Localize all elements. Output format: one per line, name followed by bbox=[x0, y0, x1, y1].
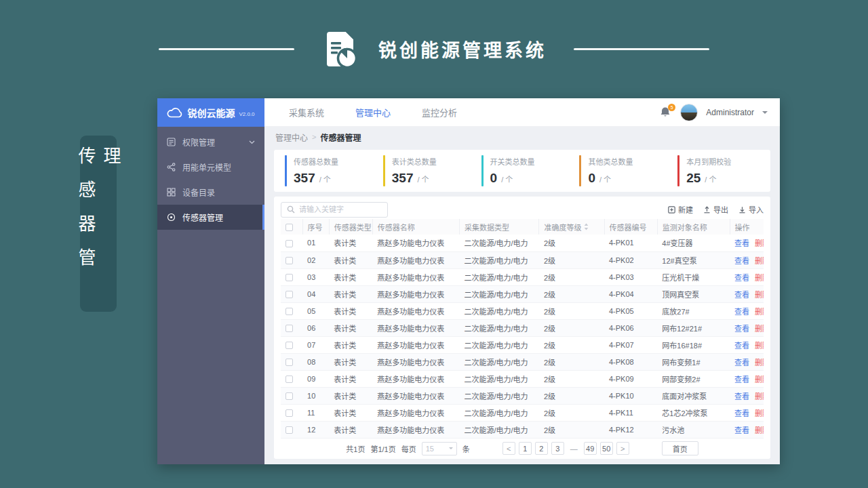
user-name[interactable]: Administrator bbox=[706, 108, 754, 117]
cell-target-name: 顶网真空泵 bbox=[657, 285, 730, 302]
chevron-down-icon[interactable] bbox=[762, 111, 768, 117]
stat-accent-bar bbox=[481, 155, 484, 186]
search-input[interactable] bbox=[299, 205, 374, 214]
delete-link[interactable]: 删除 bbox=[755, 325, 764, 333]
cell-actions: 查看删除 bbox=[730, 251, 764, 268]
cell-target-name: 网布12#21# bbox=[657, 319, 730, 336]
search-box[interactable] bbox=[281, 202, 388, 218]
cell-accuracy: 2级 bbox=[539, 336, 604, 353]
page-button[interactable]: 49 bbox=[584, 442, 597, 455]
cell-data-type: 二次能源/电力/电力 bbox=[459, 235, 538, 251]
cloud-icon bbox=[167, 108, 183, 118]
delete-link[interactable]: 删除 bbox=[755, 375, 764, 384]
delete-link[interactable]: 删除 bbox=[755, 342, 764, 350]
view-link[interactable]: 查看 bbox=[734, 359, 749, 367]
cell-sensor-type: 表计类 bbox=[329, 387, 372, 404]
sidebar-item-label: 权限管理 bbox=[182, 136, 215, 148]
row-checkbox[interactable] bbox=[285, 240, 293, 247]
sidebar-item-permissions[interactable]: 权限管理 bbox=[157, 129, 264, 155]
cell-target-name: 4#变压器 bbox=[657, 235, 730, 251]
view-link[interactable]: 查看 bbox=[734, 409, 749, 418]
cell-sensor-type: 表计类 bbox=[329, 285, 372, 302]
sort-icon[interactable] bbox=[584, 223, 589, 230]
first-page-button[interactable]: 首页 bbox=[662, 441, 698, 455]
search-icon bbox=[287, 205, 295, 214]
cell-target-name: 网布变频1# bbox=[657, 353, 730, 370]
select-all-checkbox[interactable] bbox=[285, 224, 293, 231]
cell-sensor-type: 表计类 bbox=[329, 370, 372, 387]
table-row: 06表计类燕赵多功能电力仪表二次能源/电力/电力2级4-PK06网布12#21#… bbox=[281, 319, 764, 336]
delete-link[interactable]: 删除 bbox=[755, 257, 764, 265]
breadcrumb-parent[interactable]: 管理中心 bbox=[275, 131, 308, 143]
row-checkbox[interactable] bbox=[285, 409, 293, 417]
export-button[interactable]: 导出 bbox=[703, 204, 728, 215]
nav-item-manage[interactable]: 管理中心 bbox=[355, 106, 391, 119]
delete-link[interactable]: 删除 bbox=[755, 239, 764, 247]
stat-value: 25 bbox=[686, 171, 701, 186]
row-checkbox[interactable] bbox=[285, 257, 293, 264]
breadcrumb-current: 传感器管理 bbox=[320, 131, 361, 143]
cell-sensor-type: 表计类 bbox=[329, 336, 372, 353]
row-checkbox[interactable] bbox=[285, 291, 293, 298]
delete-link[interactable]: 删除 bbox=[755, 409, 764, 418]
view-link[interactable]: 查看 bbox=[734, 375, 749, 384]
delete-link[interactable]: 删除 bbox=[755, 359, 764, 367]
view-link[interactable]: 查看 bbox=[734, 291, 749, 299]
page-button[interactable]: 3 bbox=[551, 442, 564, 455]
row-checkbox[interactable] bbox=[285, 359, 293, 366]
nav-item-collect[interactable]: 采集系统 bbox=[289, 106, 324, 119]
delete-link[interactable]: 删除 bbox=[755, 274, 764, 282]
delete-link[interactable]: 删除 bbox=[755, 392, 764, 401]
cell-accuracy: 2级 bbox=[539, 302, 604, 319]
cell-sensor-code: 4-PK07 bbox=[604, 336, 657, 353]
row-checkbox[interactable] bbox=[285, 342, 293, 349]
side-tag: 传感器管理 bbox=[80, 136, 117, 312]
view-link[interactable]: 查看 bbox=[734, 325, 749, 333]
delete-link[interactable]: 删除 bbox=[755, 291, 764, 299]
breadcrumb: 管理中心 > 传感器管理 bbox=[264, 127, 780, 147]
delete-link[interactable]: 删除 bbox=[755, 308, 764, 316]
next-page-button[interactable]: > bbox=[616, 442, 629, 455]
per-page-select[interactable]: 15 bbox=[422, 442, 457, 455]
sidebar-item-device-catalog[interactable]: 设备目录 bbox=[157, 180, 264, 205]
cell-sensor-code: 4-PK01 bbox=[604, 235, 657, 251]
sensor-table: 序号 传感器类型 传感器名称 采集数据类型 准确度等级 bbox=[281, 219, 764, 439]
row-checkbox[interactable] bbox=[285, 375, 293, 383]
view-link[interactable]: 查看 bbox=[734, 308, 749, 316]
import-button[interactable]: 导入 bbox=[738, 204, 764, 215]
view-link[interactable]: 查看 bbox=[734, 342, 749, 350]
nav-item-monitor[interactable]: 监控分析 bbox=[422, 106, 457, 119]
user-avatar[interactable] bbox=[680, 104, 698, 121]
row-checkbox[interactable] bbox=[285, 392, 293, 400]
cell-serial: 12 bbox=[302, 421, 329, 438]
row-checkbox[interactable] bbox=[285, 426, 293, 434]
page-button[interactable]: 2 bbox=[535, 442, 548, 455]
pagination: 共1页 第1/1页 每页 15 条 <123—4950> 首页 bbox=[281, 439, 764, 459]
view-link[interactable]: 查看 bbox=[734, 257, 749, 265]
prev-page-button[interactable]: < bbox=[502, 442, 515, 455]
notification-bell-icon[interactable]: 5 bbox=[660, 106, 672, 119]
row-checkbox[interactable] bbox=[285, 325, 293, 332]
row-checkbox[interactable] bbox=[285, 308, 293, 315]
view-link[interactable]: 查看 bbox=[734, 274, 749, 282]
cell-sensor-type: 表计类 bbox=[329, 404, 372, 421]
cell-target-name: 网部变频2# bbox=[657, 370, 730, 387]
new-button[interactable]: 新建 bbox=[668, 204, 693, 215]
row-checkbox[interactable] bbox=[285, 274, 293, 281]
view-link[interactable]: 查看 bbox=[734, 239, 749, 247]
cell-sensor-type: 表计类 bbox=[329, 421, 372, 438]
sidebar-item-unit-model[interactable]: 用能单元模型 bbox=[157, 155, 264, 180]
view-link[interactable]: 查看 bbox=[734, 392, 749, 401]
topbar-right: 5 Administrator bbox=[660, 104, 780, 121]
view-link[interactable]: 查看 bbox=[734, 426, 749, 434]
table-row: 07表计类燕赵多功能电力仪表二次能源/电力/电力2级4-PK07网布16#18#… bbox=[281, 336, 764, 353]
column-header: 传感器类型 bbox=[334, 222, 372, 232]
delete-link[interactable]: 删除 bbox=[755, 426, 764, 434]
banner-line-left bbox=[159, 48, 294, 50]
cell-accuracy: 2级 bbox=[539, 285, 604, 302]
page-button[interactable]: 50 bbox=[600, 442, 613, 455]
side-tag-text: 传感器管理 bbox=[73, 136, 123, 312]
table-row: 02表计类燕赵多功能电力仪表二次能源/电力/电力2级4-PK0212#真空泵查看… bbox=[281, 251, 764, 268]
sidebar-item-sensor-management[interactable]: 传感器管理 bbox=[157, 205, 264, 230]
page-button[interactable]: 1 bbox=[519, 442, 532, 455]
